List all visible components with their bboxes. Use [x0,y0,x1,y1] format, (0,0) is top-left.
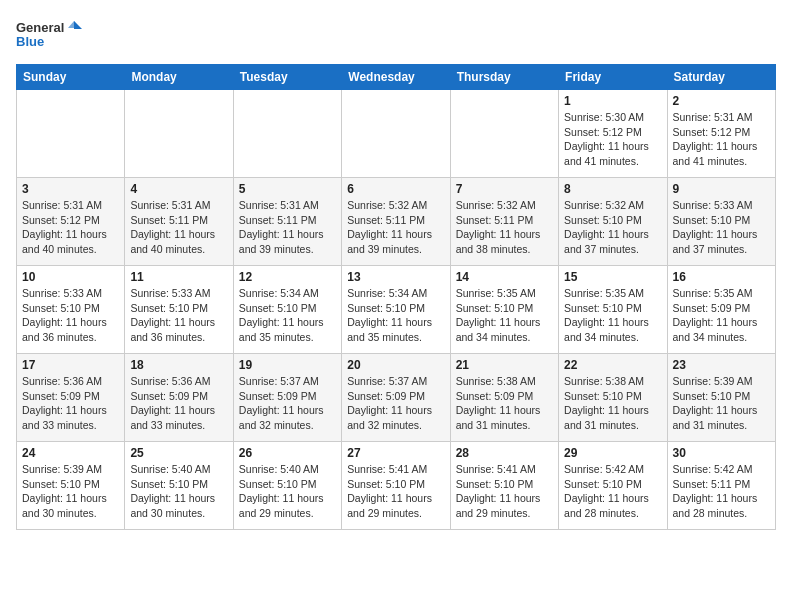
day-info: Sunrise: 5:33 AMSunset: 5:10 PMDaylight:… [130,286,227,345]
logo: General Blue [16,16,86,56]
day-info: Sunrise: 5:30 AMSunset: 5:12 PMDaylight:… [564,110,661,169]
day-info: Sunrise: 5:36 AMSunset: 5:09 PMDaylight:… [130,374,227,433]
column-header-monday: Monday [125,65,233,90]
calendar-cell: 12Sunrise: 5:34 AMSunset: 5:10 PMDayligh… [233,266,341,354]
day-info: Sunrise: 5:32 AMSunset: 5:11 PMDaylight:… [347,198,444,257]
day-info: Sunrise: 5:31 AMSunset: 5:11 PMDaylight:… [239,198,336,257]
day-number: 25 [130,446,227,460]
calendar-cell: 10Sunrise: 5:33 AMSunset: 5:10 PMDayligh… [17,266,125,354]
day-number: 30 [673,446,770,460]
day-number: 15 [564,270,661,284]
day-info: Sunrise: 5:39 AMSunset: 5:10 PMDaylight:… [22,462,119,521]
calendar-cell [450,90,558,178]
day-number: 4 [130,182,227,196]
calendar-cell: 29Sunrise: 5:42 AMSunset: 5:10 PMDayligh… [559,442,667,530]
day-info: Sunrise: 5:33 AMSunset: 5:10 PMDaylight:… [22,286,119,345]
day-number: 10 [22,270,119,284]
calendar-cell: 6Sunrise: 5:32 AMSunset: 5:11 PMDaylight… [342,178,450,266]
calendar-cell: 20Sunrise: 5:37 AMSunset: 5:09 PMDayligh… [342,354,450,442]
calendar-cell: 14Sunrise: 5:35 AMSunset: 5:10 PMDayligh… [450,266,558,354]
day-info: Sunrise: 5:40 AMSunset: 5:10 PMDaylight:… [130,462,227,521]
calendar-cell [233,90,341,178]
header: General Blue [16,16,776,56]
day-info: Sunrise: 5:37 AMSunset: 5:09 PMDaylight:… [239,374,336,433]
week-row-2: 3Sunrise: 5:31 AMSunset: 5:12 PMDaylight… [17,178,776,266]
calendar-cell: 18Sunrise: 5:36 AMSunset: 5:09 PMDayligh… [125,354,233,442]
day-number: 19 [239,358,336,372]
calendar-cell [125,90,233,178]
day-number: 20 [347,358,444,372]
column-header-friday: Friday [559,65,667,90]
day-info: Sunrise: 5:36 AMSunset: 5:09 PMDaylight:… [22,374,119,433]
day-number: 16 [673,270,770,284]
day-info: Sunrise: 5:32 AMSunset: 5:11 PMDaylight:… [456,198,553,257]
calendar-cell: 19Sunrise: 5:37 AMSunset: 5:09 PMDayligh… [233,354,341,442]
day-number: 22 [564,358,661,372]
calendar-cell: 11Sunrise: 5:33 AMSunset: 5:10 PMDayligh… [125,266,233,354]
column-header-saturday: Saturday [667,65,775,90]
day-number: 23 [673,358,770,372]
svg-text:Blue: Blue [16,34,44,49]
calendar-cell [342,90,450,178]
column-header-wednesday: Wednesday [342,65,450,90]
day-number: 7 [456,182,553,196]
day-number: 27 [347,446,444,460]
day-number: 6 [347,182,444,196]
day-number: 3 [22,182,119,196]
day-info: Sunrise: 5:35 AMSunset: 5:10 PMDaylight:… [456,286,553,345]
calendar-cell: 1Sunrise: 5:30 AMSunset: 5:12 PMDaylight… [559,90,667,178]
column-header-sunday: Sunday [17,65,125,90]
column-header-tuesday: Tuesday [233,65,341,90]
day-number: 18 [130,358,227,372]
day-number: 2 [673,94,770,108]
day-info: Sunrise: 5:40 AMSunset: 5:10 PMDaylight:… [239,462,336,521]
calendar-cell: 27Sunrise: 5:41 AMSunset: 5:10 PMDayligh… [342,442,450,530]
svg-marker-3 [68,21,80,28]
calendar-table: SundayMondayTuesdayWednesdayThursdayFrid… [16,64,776,530]
calendar-cell: 28Sunrise: 5:41 AMSunset: 5:10 PMDayligh… [450,442,558,530]
calendar-cell: 24Sunrise: 5:39 AMSunset: 5:10 PMDayligh… [17,442,125,530]
calendar-cell: 25Sunrise: 5:40 AMSunset: 5:10 PMDayligh… [125,442,233,530]
calendar-cell: 8Sunrise: 5:32 AMSunset: 5:10 PMDaylight… [559,178,667,266]
day-info: Sunrise: 5:38 AMSunset: 5:09 PMDaylight:… [456,374,553,433]
calendar-cell: 26Sunrise: 5:40 AMSunset: 5:10 PMDayligh… [233,442,341,530]
calendar-cell: 30Sunrise: 5:42 AMSunset: 5:11 PMDayligh… [667,442,775,530]
day-number: 8 [564,182,661,196]
day-number: 13 [347,270,444,284]
day-number: 21 [456,358,553,372]
day-info: Sunrise: 5:42 AMSunset: 5:10 PMDaylight:… [564,462,661,521]
day-info: Sunrise: 5:31 AMSunset: 5:12 PMDaylight:… [22,198,119,257]
day-number: 17 [22,358,119,372]
day-info: Sunrise: 5:32 AMSunset: 5:10 PMDaylight:… [564,198,661,257]
calendar-cell: 9Sunrise: 5:33 AMSunset: 5:10 PMDaylight… [667,178,775,266]
svg-text:General: General [16,20,64,35]
day-info: Sunrise: 5:41 AMSunset: 5:10 PMDaylight:… [456,462,553,521]
calendar-cell: 13Sunrise: 5:34 AMSunset: 5:10 PMDayligh… [342,266,450,354]
day-number: 5 [239,182,336,196]
calendar-cell: 17Sunrise: 5:36 AMSunset: 5:09 PMDayligh… [17,354,125,442]
column-header-thursday: Thursday [450,65,558,90]
week-row-4: 17Sunrise: 5:36 AMSunset: 5:09 PMDayligh… [17,354,776,442]
day-info: Sunrise: 5:31 AMSunset: 5:12 PMDaylight:… [673,110,770,169]
logo-svg: General Blue [16,16,86,56]
day-info: Sunrise: 5:31 AMSunset: 5:11 PMDaylight:… [130,198,227,257]
day-number: 14 [456,270,553,284]
day-number: 11 [130,270,227,284]
day-number: 29 [564,446,661,460]
day-info: Sunrise: 5:34 AMSunset: 5:10 PMDaylight:… [347,286,444,345]
calendar-cell: 7Sunrise: 5:32 AMSunset: 5:11 PMDaylight… [450,178,558,266]
week-row-1: 1Sunrise: 5:30 AMSunset: 5:12 PMDaylight… [17,90,776,178]
day-info: Sunrise: 5:37 AMSunset: 5:09 PMDaylight:… [347,374,444,433]
calendar-cell: 21Sunrise: 5:38 AMSunset: 5:09 PMDayligh… [450,354,558,442]
day-number: 28 [456,446,553,460]
calendar-cell: 3Sunrise: 5:31 AMSunset: 5:12 PMDaylight… [17,178,125,266]
day-number: 1 [564,94,661,108]
day-number: 12 [239,270,336,284]
day-info: Sunrise: 5:42 AMSunset: 5:11 PMDaylight:… [673,462,770,521]
calendar-cell: 22Sunrise: 5:38 AMSunset: 5:10 PMDayligh… [559,354,667,442]
day-info: Sunrise: 5:41 AMSunset: 5:10 PMDaylight:… [347,462,444,521]
day-number: 9 [673,182,770,196]
day-number: 24 [22,446,119,460]
calendar-cell: 2Sunrise: 5:31 AMSunset: 5:12 PMDaylight… [667,90,775,178]
week-row-3: 10Sunrise: 5:33 AMSunset: 5:10 PMDayligh… [17,266,776,354]
